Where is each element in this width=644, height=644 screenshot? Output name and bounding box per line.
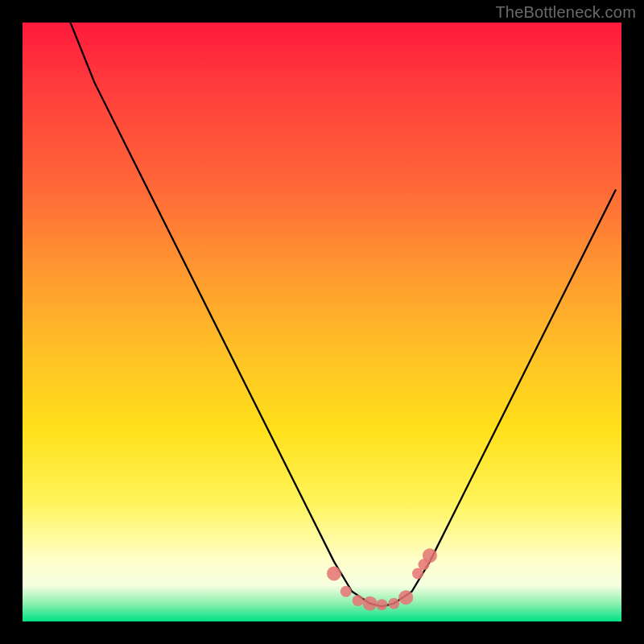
marker-dot [376, 599, 387, 610]
marker-dot [363, 597, 378, 611]
marker-dot [388, 598, 399, 609]
marker-dot [353, 595, 364, 606]
chart-svg [23, 23, 621, 621]
marker-group [327, 548, 437, 611]
marker-dot [341, 586, 352, 597]
curve-line [71, 23, 616, 606]
marker-dot [423, 548, 437, 563]
marker-dot [327, 567, 341, 581]
chart-frame: TheBottleneck.com [0, 0, 644, 644]
plot-area [23, 23, 621, 621]
attribution-text: TheBottleneck.com [495, 3, 636, 22]
marker-dot [398, 590, 413, 605]
